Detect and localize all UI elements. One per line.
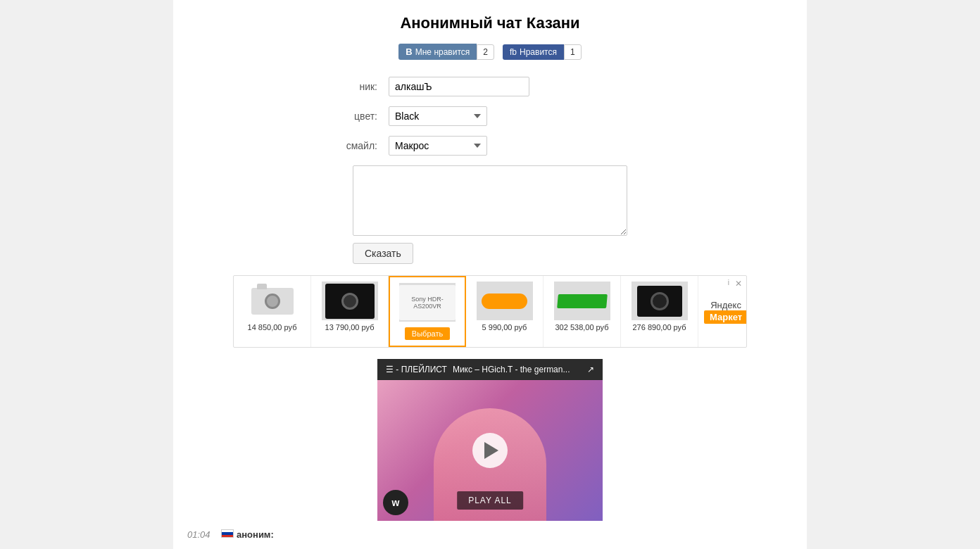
color-label: цвет: — [321, 111, 377, 122]
ad-img-2 — [322, 282, 378, 320]
chat-nick-0: аноним: — [237, 529, 274, 540]
smile-select[interactable]: Макрос Смайл1 Смайл2 — [389, 136, 487, 156]
playlist-title: Микс – HGich.T - the german... — [453, 365, 570, 374]
ad-item-4[interactable]: 5 990,00 руб — [466, 276, 544, 347]
share-icon[interactable]: ↗ — [587, 365, 594, 374]
play-button[interactable] — [472, 433, 508, 468]
ad-img-4 — [477, 282, 533, 320]
ad-info-icon[interactable]: i — [728, 279, 729, 286]
vk-like-button[interactable]: В Мне нравится — [398, 44, 477, 60]
ad-item-5[interactable]: 302 538,00 руб — [544, 276, 621, 347]
page-title: Анонимный чат Казани — [187, 14, 793, 32]
chat-area: 01:04 аноним: — [187, 521, 793, 548]
ad-price-1: 14 850,00 руб — [248, 323, 297, 332]
ad-item-6[interactable]: 276 890,00 руб — [621, 276, 698, 347]
ad-img-5 — [554, 282, 610, 320]
nick-input[interactable] — [389, 77, 529, 96]
ad-price-5: 302 538,00 руб — [555, 323, 608, 332]
ad-img-1 — [244, 282, 301, 320]
chat-form: ник: цвет: Black Red Blue Green Purple с… — [187, 77, 793, 264]
vk-count: 2 — [477, 44, 494, 60]
ad-item-1[interactable]: 14 850,00 руб — [234, 276, 311, 347]
ym-logo: Яндекс — [710, 300, 741, 310]
video-thumbnail[interactable]: PLAY ALL w — [377, 380, 603, 521]
smile-label: смайл: — [321, 140, 377, 151]
playlist-label[interactable]: ☰ - ПЛЕЙЛИСТ — [386, 365, 447, 374]
color-select[interactable]: Black Red Blue Green Purple — [389, 106, 487, 126]
ad-price-2: 13 790,00 руб — [325, 323, 375, 332]
ad-close-icon[interactable]: ✕ — [735, 279, 742, 289]
chat-entry-0: 01:04 аноним: — [187, 526, 793, 543]
ad-price-4: 5 990,00 руб — [482, 323, 527, 332]
chat-time-0: 01:04 — [187, 529, 215, 540]
ad-img-3: Sony HDR-AS200VR — [399, 283, 456, 322]
market-badge: Маркет — [704, 310, 747, 324]
play-icon — [484, 442, 498, 459]
ad-item-2[interactable]: 13 790,00 руб — [311, 276, 389, 347]
fb-like-label: Нравится — [520, 47, 557, 57]
warner-logo: w — [383, 490, 408, 515]
fb-button[interactable]: fb Нравится 1 — [503, 44, 582, 60]
ad-banner: i ✕ 14 850,00 руб 13 790,00 руб — [233, 275, 747, 348]
video-section: ☰ - ПЛЕЙЛИСТ Микс – HGich.T - the german… — [377, 359, 603, 521]
nick-label: ник: — [321, 81, 377, 92]
flag-ru-0 — [221, 529, 234, 538]
message-row — [353, 165, 627, 236]
ad-select-btn-3[interactable]: Выбрать — [405, 327, 450, 340]
message-input[interactable] — [353, 165, 627, 236]
smile-row: смайл: Макрос Смайл1 Смайл2 — [321, 136, 659, 156]
play-all-button[interactable]: PLAY ALL — [457, 491, 523, 510]
yandex-text: Яндекс — [710, 300, 741, 310]
submit-button[interactable]: Сказать — [353, 243, 413, 264]
vk-icon: В — [406, 46, 412, 57]
fb-like-button[interactable]: fb Нравится — [503, 44, 564, 60]
vk-button[interactable]: В Мне нравится 2 — [398, 44, 494, 60]
nick-row: ник: — [321, 77, 659, 96]
vk-like-label: Мне нравится — [415, 47, 470, 57]
video-header: ☰ - ПЛЕЙЛИСТ Микс – HGich.T - the german… — [377, 359, 603, 380]
ad-price-6: 276 890,00 руб — [632, 323, 686, 332]
social-bar: В Мне нравится 2 fb Нравится 1 — [187, 44, 793, 60]
fb-icon: fb — [510, 47, 517, 57]
fb-count: 1 — [564, 44, 582, 60]
video-header-left: ☰ - ПЛЕЙЛИСТ Микс – HGich.T - the german… — [386, 365, 570, 374]
ad-img-6 — [632, 282, 688, 320]
color-row: цвет: Black Red Blue Green Purple — [321, 106, 659, 126]
ad-item-3[interactable]: Sony HDR-AS200VR Выбрать — [389, 276, 466, 347]
submit-row: Сказать — [353, 243, 627, 264]
